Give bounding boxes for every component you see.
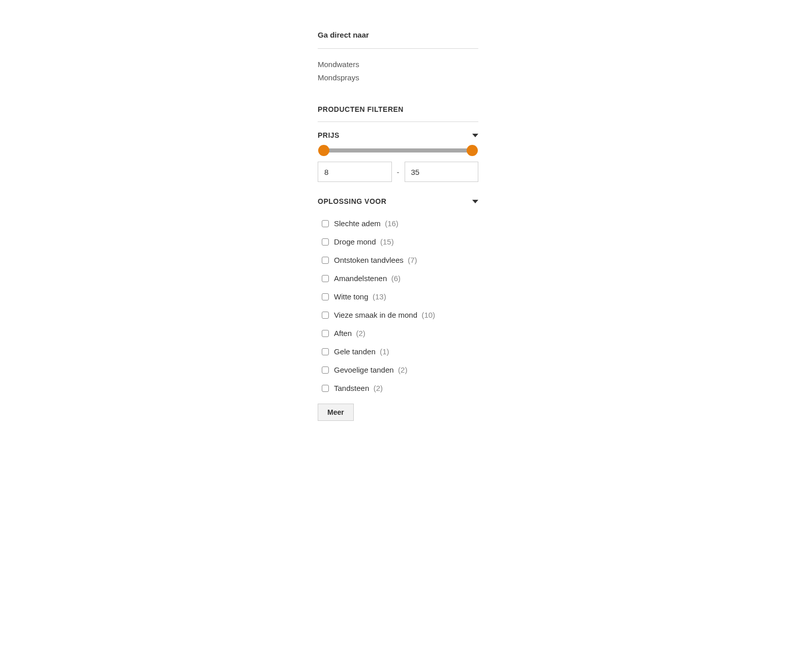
filter-solution-title: OPLOSSING VOOR	[318, 197, 386, 205]
checkbox-count: (6)	[391, 274, 401, 283]
filter-products-header: PRODUCTEN FILTEREN	[318, 105, 478, 113]
checkbox-item-slechte-adem[interactable]: Slechte adem (16)	[322, 215, 478, 233]
price-separator: -	[397, 168, 400, 176]
checkbox-item-ontstoken-tandvlees[interactable]: Ontstoken tandvlees (7)	[322, 251, 478, 269]
checkbox-count: (1)	[380, 347, 389, 356]
price-slider-handle-min[interactable]	[318, 145, 329, 156]
price-min-input[interactable]	[318, 162, 392, 182]
more-button[interactable]: Meer	[318, 404, 354, 421]
price-inputs-row: -	[318, 162, 478, 182]
checkbox-icon	[322, 385, 329, 392]
price-slider-handle-max[interactable]	[467, 145, 478, 156]
checkbox-item-gevoelige-tanden[interactable]: Gevoelige tanden (2)	[322, 361, 478, 379]
divider	[318, 48, 478, 49]
direct-nav-title: Ga direct naar	[318, 30, 478, 39]
checkbox-item-amandelstenen[interactable]: Amandelstenen (6)	[322, 269, 478, 288]
checkbox-label: Slechte adem	[334, 219, 381, 228]
checkbox-label: Droge mond	[334, 237, 376, 246]
checkbox-label: Ontstoken tandvlees	[334, 256, 404, 264]
checkbox-label: Tandsteen	[334, 384, 369, 392]
filter-solution-header[interactable]: OPLOSSING VOOR	[318, 197, 478, 205]
checkbox-label: Aften	[334, 329, 352, 338]
checkbox-label: Vieze smaak in de mond	[334, 311, 417, 319]
checkbox-label: Amandelstenen	[334, 274, 387, 283]
divider	[318, 121, 478, 122]
checkbox-count: (2)	[356, 329, 365, 338]
price-slider-track[interactable]	[324, 148, 472, 152]
checkbox-count: (15)	[380, 237, 394, 246]
checkbox-count: (10)	[421, 311, 435, 319]
price-max-input[interactable]	[405, 162, 479, 182]
checkbox-icon	[322, 366, 329, 374]
direct-nav-links: Mondwaters Mondsprays	[318, 58, 478, 84]
checkbox-icon	[322, 275, 329, 282]
filter-price-header[interactable]: PRIJS	[318, 131, 478, 139]
checkbox-item-gele-tanden[interactable]: Gele tanden (1)	[322, 343, 478, 361]
checkbox-count: (2)	[374, 384, 383, 392]
filter-sidebar: Ga direct naar Mondwaters Mondsprays PRO…	[317, 30, 479, 421]
checkbox-item-witte-tong[interactable]: Witte tong (13)	[322, 288, 478, 306]
checkbox-count: (16)	[385, 219, 399, 228]
checkbox-item-tandsteen[interactable]: Tandsteen (2)	[322, 379, 478, 398]
nav-link-mondsprays[interactable]: Mondsprays	[318, 71, 478, 84]
checkbox-label: Gele tanden	[334, 347, 376, 356]
checkbox-item-droge-mond[interactable]: Droge mond (15)	[322, 233, 478, 251]
filter-price-title: PRIJS	[318, 131, 340, 139]
checkbox-count: (13)	[373, 292, 386, 301]
checkbox-icon	[322, 312, 329, 319]
checkbox-item-vieze-smaak[interactable]: Vieze smaak in de mond (10)	[322, 306, 478, 324]
solution-checkbox-list: Slechte adem (16) Droge mond (15) Ontsto…	[318, 215, 478, 398]
nav-link-mondwaters[interactable]: Mondwaters	[318, 58, 478, 71]
chevron-down-icon	[472, 200, 478, 203]
checkbox-label: Gevoelige tanden	[334, 365, 394, 374]
checkbox-icon	[322, 293, 329, 300]
checkbox-icon	[322, 220, 329, 227]
checkbox-label: Witte tong	[334, 292, 369, 301]
checkbox-icon	[322, 257, 329, 264]
checkbox-icon	[322, 330, 329, 337]
checkbox-count: (7)	[408, 256, 417, 264]
checkbox-icon	[322, 238, 329, 246]
filter-section-price: PRIJS -	[318, 131, 478, 182]
filter-section-solution: OPLOSSING VOOR Slechte adem (16) Droge m…	[318, 197, 478, 421]
checkbox-icon	[322, 348, 329, 355]
chevron-down-icon	[472, 134, 478, 137]
checkbox-item-aften[interactable]: Aften (2)	[322, 324, 478, 343]
checkbox-count: (2)	[398, 365, 407, 374]
